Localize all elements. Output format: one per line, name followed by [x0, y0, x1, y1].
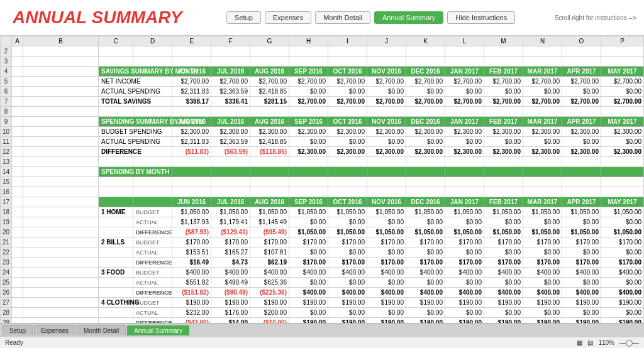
spending-summary-data-row: 12DIFFERENCE($11.83)($63.59)($118.85)$2,…	[1, 147, 645, 157]
row-8: 8	[1, 107, 645, 117]
spending-category-row: 28ACTUAL$232.00$176.00$200.00$0.00$0.00$…	[1, 308, 645, 318]
row-15: 15	[1, 177, 645, 187]
tab-annual-summary[interactable]: Annual Summary	[127, 325, 189, 335]
spending-category-row: 29DIFFERENCE($42.00)$14.00($10.00)$190.0…	[1, 318, 645, 324]
status-view-normal[interactable]: ▦	[577, 339, 582, 346]
spending-category-row: 243 FOODBUDGET$400.00$400.00$400.00$400.…	[1, 268, 645, 278]
toolbar-btn-month-detail[interactable]: Month Detail	[315, 11, 370, 24]
savings-data-row: 5NET INCOME$2,700.00$2,700.00$2,700.00$2…	[1, 77, 645, 87]
scroll-hint: Scroll right for instructions -->	[555, 14, 636, 21]
toolbar-btn-setup[interactable]: Setup	[226, 11, 261, 24]
spending-category-row: 20DIFFERENCE($87.93)($129.41)($95.49)$1,…	[1, 227, 645, 237]
spending-category-row: 25ACTUAL$551.82$490.49$625.36$0.00$0.00$…	[1, 278, 645, 288]
spending-category-row: 23DIFFERENCE$16.49$4.73$62.19$170.00$170…	[1, 258, 645, 268]
col-headers-row: ABCDEFGHIJKLMNOPQRST	[1, 36, 645, 46]
spending-category-row: 274 CLOTHINGBUDGET$190.00$190.00$190.00$…	[1, 298, 645, 308]
toolbar-btn-annual-summary[interactable]: Annual Summary	[374, 11, 443, 24]
spending-category-row: 181 HOMEBUDGET$1,050.00$1,050.00$1,050.0…	[1, 207, 645, 217]
status-ready: Ready	[5, 339, 23, 346]
savings-data-row: 6ACTUAL SPENDING$2,311.83$2,363.59$2,418…	[1, 87, 645, 97]
row-2: 2	[1, 46, 645, 57]
spending-by-month-col-header-row: 17JUN 2016JUL 2016AUG 2016SEP 2016OCT 20…	[1, 197, 645, 207]
status-view-layout[interactable]: ▤	[587, 339, 593, 346]
spending-summary-data-row: 10BUDGET SPENDING$2,300.00$2,300.00$2,30…	[1, 127, 645, 137]
spending-category-row: 22ACTUAL$153.51$165.27$107.81$0.00$0.00$…	[1, 247, 645, 258]
row-16: 16	[1, 187, 645, 197]
spending-summary-header-row: 9SPENDING SUMMARY BY MONTHJUN 2016JUL 20…	[1, 117, 645, 127]
row-3: 3	[1, 57, 645, 67]
spending-by-month-header-row: 14SPENDING BY MONTH	[1, 167, 645, 177]
spending-category-row: 212 BILLSBUDGET$170.00$170.00$170.00$170…	[1, 237, 645, 247]
toolbar-btn-expenses[interactable]: Expenses	[265, 11, 311, 24]
tab-expenses[interactable]: Expenses	[34, 325, 75, 335]
tab-month-detail[interactable]: Month Detail	[77, 325, 126, 335]
spending-category-row: 19ACTUAL$1,137.93$1,179.41$1,145.49$0.00…	[1, 217, 645, 227]
row-13: 13	[1, 157, 645, 167]
savings-data-row: 7TOTAL SAVINGS$388.17$336.41$281.15$2,70…	[1, 97, 645, 107]
toolbar-btn-hide-instructions[interactable]: Hide Instructions	[447, 11, 515, 24]
savings-header-row: 4SAVINGS SUMMARY BY MONTHJUN 2016JUL 201…	[1, 67, 645, 77]
status-zoom-slider[interactable]: —◯—	[619, 339, 639, 346]
status-zoom: 110%	[598, 339, 614, 346]
spending-category-row: 26DIFFERENCE($151.82)($90.49)($225.36)$4…	[1, 288, 645, 298]
tab-setup[interactable]: Setup	[3, 325, 33, 335]
main-title: ANNUAL SUMMARY	[13, 5, 182, 30]
spending-summary-data-row: 11ACTUAL SPENDING$2,311.83$2,363.59$2,41…	[1, 137, 645, 147]
